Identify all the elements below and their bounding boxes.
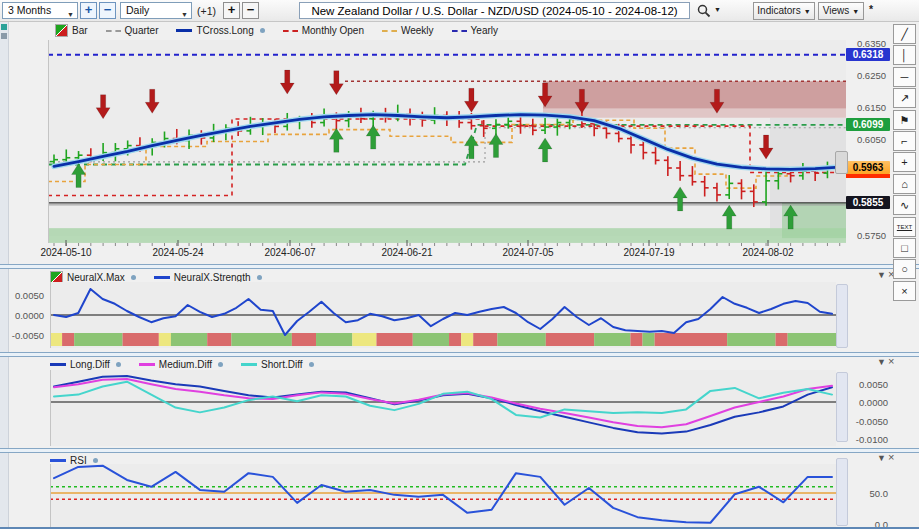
legend-label: Bar xyxy=(72,25,88,36)
legend-item-bar[interactable]: Bar xyxy=(55,24,88,37)
vertical-line-tool[interactable]: │ xyxy=(893,45,916,65)
legend-item-weekly[interactable]: Weekly xyxy=(382,25,434,36)
remove-bar-button[interactable]: − xyxy=(242,2,259,19)
buy-arrow-icon[interactable] xyxy=(673,187,687,211)
search-dropdown-arrow-icon[interactable]: ▼ xyxy=(714,6,721,13)
legend-item-yearly[interactable]: Yearly xyxy=(452,25,498,36)
strength-strip-segment xyxy=(376,333,412,346)
shaded-zone xyxy=(48,228,846,243)
info-dot-icon[interactable] xyxy=(257,275,262,280)
legend-item-short-diff[interactable]: Short.Diff xyxy=(241,359,314,370)
chevron-down-icon: ▼ xyxy=(852,8,859,15)
indicators-button-label: Indicators xyxy=(757,5,800,16)
flag-tool[interactable]: ⚑ xyxy=(893,110,916,130)
diff-chart[interactable] xyxy=(50,370,836,446)
legend-item-tcross-long[interactable]: TCross.Long xyxy=(176,25,264,36)
views-button[interactable]: Views▼ xyxy=(818,2,864,20)
buy-arrow-icon[interactable] xyxy=(329,128,343,152)
price-bar[interactable] xyxy=(688,166,696,186)
rsi-chart[interactable] xyxy=(50,464,836,527)
collapse-panel-icon[interactable]: ▼ xyxy=(877,454,886,463)
strength-strip-segment xyxy=(449,333,461,346)
price-bar[interactable] xyxy=(664,156,672,176)
sell-arrow-icon[interactable] xyxy=(145,89,159,113)
legend-item-long-diff[interactable]: Long.Diff xyxy=(50,359,121,370)
dock-tab-icon[interactable] xyxy=(1,33,7,39)
main-price-chart[interactable] xyxy=(48,40,846,246)
close-panel-icon[interactable]: × xyxy=(888,357,894,366)
strength-strip-segment xyxy=(316,333,352,346)
neuralx-chart[interactable] xyxy=(50,282,836,348)
price-bar[interactable] xyxy=(738,179,746,199)
chevron-down-icon: ▼ xyxy=(181,7,188,22)
horizontal-line-tool[interactable]: ─ xyxy=(893,67,916,87)
close-tools-button[interactable]: × xyxy=(893,281,916,301)
text-tool[interactable]: TEXT xyxy=(893,217,916,237)
price-badge: 0.6099 xyxy=(846,118,890,131)
dock-tab-icon[interactable] xyxy=(1,24,7,30)
search-icon[interactable] xyxy=(697,4,711,18)
price-bar[interactable] xyxy=(480,120,488,137)
rectangle-tool[interactable]: □ xyxy=(893,238,916,258)
price-axis-scroll-thumb[interactable] xyxy=(835,151,848,174)
symbol-title-input[interactable]: New Zealand Dollar / U.S. Dollar - NZD/U… xyxy=(299,2,690,19)
price-bar[interactable] xyxy=(701,176,709,196)
weekly-line xyxy=(48,120,846,188)
legend-label: Long.Diff xyxy=(70,359,110,370)
legend-label: Yearly xyxy=(471,25,498,36)
add-bar-button[interactable]: + xyxy=(223,2,240,19)
sell-arrow-icon[interactable] xyxy=(96,95,110,119)
legend-item-monthly-open[interactable]: Monthly Open xyxy=(283,25,364,36)
collapse-panel-icon[interactable]: ▼ xyxy=(877,271,886,280)
buy-arrow-icon[interactable] xyxy=(72,164,86,188)
crosshair-tool[interactable]: + xyxy=(893,152,916,172)
info-dot-icon[interactable] xyxy=(116,362,121,367)
collapse-panel-icon[interactable]: ▼ xyxy=(877,358,886,367)
diff-axis-slider[interactable] xyxy=(836,372,848,442)
neuralx-axis-slider[interactable] xyxy=(836,284,848,348)
price-bar[interactable] xyxy=(725,175,733,199)
legend-label: Quarter xyxy=(125,25,159,36)
price-bar[interactable] xyxy=(762,171,770,206)
legend-item-medium-diff[interactable]: Medium.Diff xyxy=(139,359,223,370)
close-panel-icon[interactable]: × xyxy=(888,453,894,462)
buy-arrow-icon[interactable] xyxy=(489,133,503,157)
legend-item-quarter[interactable]: Quarter xyxy=(106,25,159,36)
wave-tool[interactable]: ∿ xyxy=(893,195,916,215)
rsi-axis-slider[interactable] xyxy=(836,458,848,526)
price-bar[interactable] xyxy=(676,161,684,181)
dashed-line-icon xyxy=(283,30,298,32)
pencil-tool[interactable]: ╱ xyxy=(893,24,916,44)
buy-arrow-icon[interactable] xyxy=(538,138,552,162)
info-dot-icon[interactable] xyxy=(131,275,136,280)
panel-separator[interactable] xyxy=(0,264,919,269)
callout-tool[interactable]: ⌂ xyxy=(893,174,916,194)
sell-arrow-icon[interactable] xyxy=(464,88,478,112)
period-select[interactable]: Daily ▼ xyxy=(120,2,192,19)
info-dot-icon[interactable] xyxy=(93,458,98,463)
trend-line-tool[interactable]: ↗ xyxy=(893,88,916,108)
favorite-star-button[interactable]: * xyxy=(869,3,873,15)
sell-arrow-icon[interactable] xyxy=(329,71,343,95)
zoom-in-button[interactable]: + xyxy=(80,2,97,19)
panel-separator[interactable] xyxy=(0,352,919,357)
y-axis-label: 0.6150 xyxy=(844,102,886,113)
strength-strip-segment xyxy=(207,333,231,346)
buy-arrow-icon[interactable] xyxy=(464,135,478,159)
price-badge: 0.6318 xyxy=(846,48,890,61)
indicators-button[interactable]: Indicators▼ xyxy=(753,2,815,20)
strength-strip-segment xyxy=(413,333,449,346)
price-bar[interactable] xyxy=(529,119,537,136)
range-select[interactable]: 3 Months ▼ xyxy=(2,2,78,19)
sell-arrow-icon[interactable] xyxy=(280,70,294,94)
panel-separator[interactable] xyxy=(0,448,919,453)
buy-arrow-icon[interactable] xyxy=(722,205,736,229)
info-dot-icon[interactable] xyxy=(309,362,314,367)
zoom-out-button[interactable]: − xyxy=(99,2,116,19)
angle-tool[interactable]: ⌐ xyxy=(893,131,916,151)
buy-arrow-icon[interactable] xyxy=(366,125,380,149)
ellipse-tool[interactable]: ○ xyxy=(893,259,916,279)
info-dot-icon[interactable] xyxy=(218,362,223,367)
info-dot-icon[interactable] xyxy=(260,28,265,33)
price-bar[interactable] xyxy=(713,183,721,202)
